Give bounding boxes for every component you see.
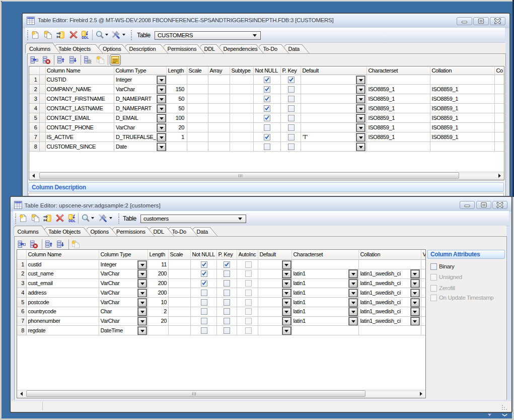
svg-text:DDL: DDL xyxy=(68,219,76,222)
svg-text:DDL: DDL xyxy=(82,36,89,39)
